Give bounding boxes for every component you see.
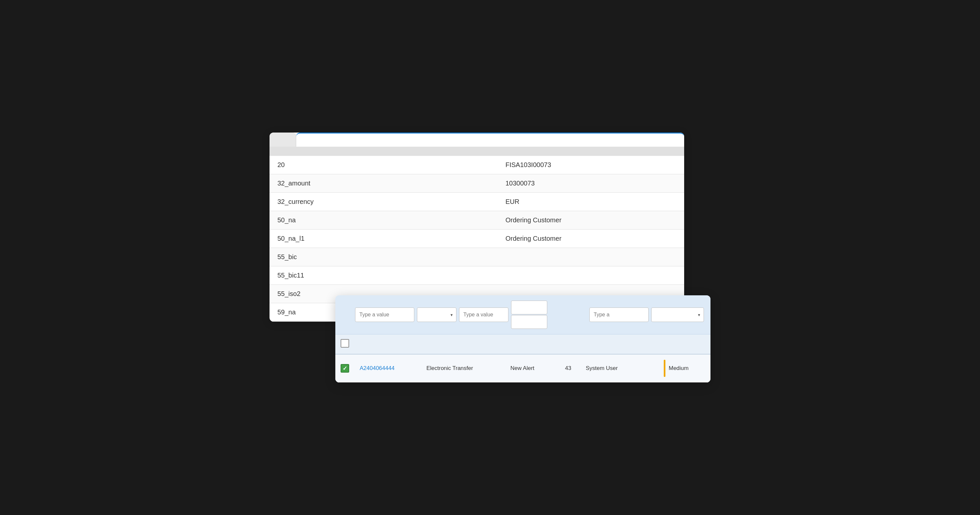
field-value xyxy=(498,248,684,266)
alerts-panel: ▾ ▾ xyxy=(335,295,711,382)
cell-age-days: 43 xyxy=(556,354,581,382)
field-name: 55_bic11 xyxy=(269,266,498,285)
col-header-type-sub xyxy=(421,334,505,354)
field-value: EUR xyxy=(498,193,684,211)
field-name: 32_currency xyxy=(269,193,498,211)
cell-type-sub: Electronic Transfer xyxy=(421,354,505,382)
table-row: 32_currency EUR xyxy=(269,193,684,211)
row-checkbox[interactable] xyxy=(340,364,349,372)
scene: 20 FISA103I00073 32_amount 10300073 32_c… xyxy=(269,133,711,382)
table-row: 50_na Ordering Customer xyxy=(269,211,684,230)
filter-select-1[interactable]: ▾ xyxy=(417,307,457,322)
field-value: Ordering Customer xyxy=(498,230,684,248)
field-value: Ordering Customer xyxy=(498,211,684,230)
alerts-table: A2404064444 Electronic Transfer New Aler… xyxy=(335,334,711,382)
field-value: 10300073 xyxy=(498,174,684,193)
alerts-header-row xyxy=(335,334,711,354)
priority-cell: Medium xyxy=(664,360,705,377)
table-row: 55_bic xyxy=(269,248,684,266)
filter-select-2[interactable]: ▾ xyxy=(651,307,704,322)
col-header-alert-id xyxy=(355,334,421,354)
col-header-name xyxy=(269,147,498,156)
col-header-checkbox xyxy=(335,334,355,354)
tab-complete-swift[interactable] xyxy=(269,133,296,147)
table-row: 50_na_l1 Ordering Customer xyxy=(269,230,684,248)
parsed-fields-panel: 20 FISA103I00073 32_amount 10300073 32_c… xyxy=(269,133,684,322)
filter-row: ▾ ▾ xyxy=(335,295,711,334)
priority-indicator xyxy=(664,360,665,377)
field-value: FISA103I00073 xyxy=(498,156,684,174)
filter-input-2[interactable] xyxy=(459,307,508,322)
col-header-priority xyxy=(659,334,711,354)
filter-from-input[interactable] xyxy=(511,301,547,314)
table-row: 20 FISA103I00073 xyxy=(269,156,684,174)
filter-to-input[interactable] xyxy=(511,315,547,329)
priority-label: Medium xyxy=(669,365,689,372)
select-all-checkbox[interactable] xyxy=(340,339,349,348)
field-name: 50_na xyxy=(269,211,498,230)
filter-from-to-container xyxy=(511,301,547,329)
tab-parsed-fields[interactable] xyxy=(296,133,684,147)
cell-alert-id: A2404064444 xyxy=(355,354,421,382)
tab-bar xyxy=(269,133,684,147)
table-row: 32_amount 10300073 xyxy=(269,174,684,193)
chevron-down-icon-2: ▾ xyxy=(698,312,700,317)
col-header-description xyxy=(505,334,556,354)
col-header-case-name xyxy=(643,334,659,354)
field-name: 20 xyxy=(269,156,498,174)
filter-input-3[interactable] xyxy=(589,307,649,322)
col-header-age-days xyxy=(556,334,581,354)
table-header-row xyxy=(269,147,684,156)
filter-checkbox-space xyxy=(342,309,352,320)
field-value xyxy=(498,266,684,285)
cell-description: New Alert xyxy=(505,354,556,382)
table-row: A2404064444 Electronic Transfer New Aler… xyxy=(335,354,711,382)
col-header-assigned-to xyxy=(581,334,643,354)
table-row: 55_bic11 xyxy=(269,266,684,285)
field-name: 50_na_l1 xyxy=(269,230,498,248)
alert-id-link[interactable]: A2404064444 xyxy=(360,365,395,371)
filter-input-1[interactable] xyxy=(355,307,414,322)
field-name: 55_bic xyxy=(269,248,498,266)
col-header-value xyxy=(498,147,684,156)
cell-priority: Medium xyxy=(659,354,711,382)
chevron-down-icon: ▾ xyxy=(450,312,453,317)
cell-checkbox xyxy=(335,354,355,382)
cell-case-name xyxy=(643,354,659,382)
field-name: 32_amount xyxy=(269,174,498,193)
cell-assigned-to: System User xyxy=(581,354,643,382)
